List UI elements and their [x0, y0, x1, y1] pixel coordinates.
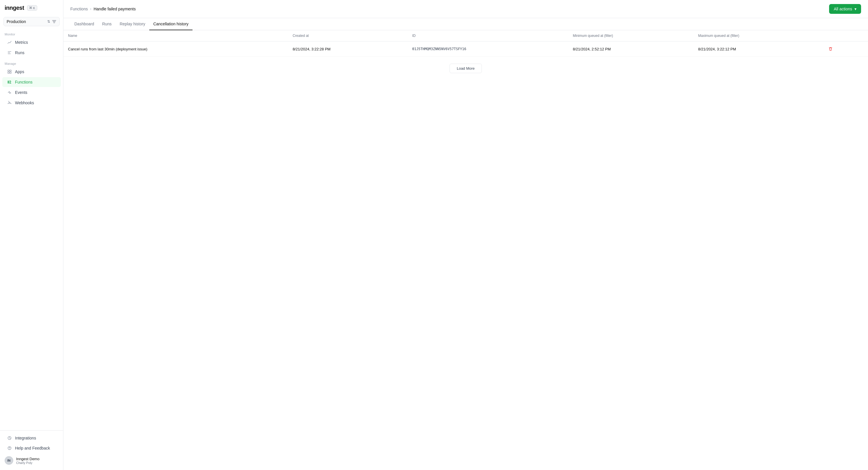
integrations-label: Integrations [15, 436, 36, 440]
col-header-min-queued: Minimum queued at (filter) [568, 30, 694, 41]
svg-rect-7 [8, 81, 9, 83]
svg-rect-1 [8, 53, 10, 53]
events-label: Events [15, 90, 27, 95]
svg-rect-10 [9, 81, 11, 81]
trash-icon [828, 47, 833, 51]
runs-label: Runs [15, 51, 25, 55]
logo-text: inngest [5, 5, 24, 11]
svg-rect-6 [10, 72, 11, 73]
avatar: IN [5, 456, 13, 465]
cell-max-queued: 8/21/2024, 3:22:12 PM [693, 41, 821, 57]
page-header: Functions › Handle failed payments All a… [63, 0, 868, 18]
env-label: Production [7, 19, 45, 24]
breadcrumb-current: Handle failed payments [94, 7, 136, 11]
cell-delete [821, 41, 868, 57]
table-header-row: Name Created at ID Minimum queued at (fi… [63, 30, 868, 41]
chart-icon [7, 40, 12, 45]
load-more-container: Load More [63, 57, 868, 80]
kbd-cmd: ⌘ [29, 6, 32, 10]
table-row: Cancel runs from last 30min (deployment … [63, 41, 868, 57]
delete-button[interactable] [826, 45, 835, 53]
svg-rect-2 [8, 54, 11, 54]
monitor-section-label: Monitor [0, 29, 63, 37]
svg-rect-8 [9, 81, 11, 82]
apps-label: Apps [15, 69, 24, 74]
cell-min-queued: 8/21/2024, 2:52:12 PM [568, 41, 694, 57]
runs-icon [7, 50, 12, 55]
svg-rect-4 [10, 70, 11, 71]
sidebar-item-metrics[interactable]: Metrics [2, 37, 61, 47]
events-icon [7, 90, 12, 95]
col-header-actions [821, 30, 868, 41]
kbd-key: K [33, 6, 35, 10]
sidebar-item-apps[interactable]: Apps [2, 67, 61, 77]
svg-rect-11 [9, 83, 11, 84]
sidebar-item-functions[interactable]: Functions [2, 77, 61, 87]
functions-icon [7, 79, 12, 85]
svg-rect-5 [8, 72, 9, 73]
sidebar-item-runs[interactable]: Runs [2, 48, 61, 58]
metrics-label: Metrics [15, 40, 28, 45]
svg-rect-9 [9, 82, 11, 83]
svg-rect-3 [8, 70, 9, 71]
manage-section-label: Manage [0, 58, 63, 67]
svg-point-15 [9, 449, 10, 449]
keyboard-shortcut-badge: ⌘ K [27, 5, 37, 11]
load-more-button[interactable]: Load More [450, 64, 482, 73]
cell-id: 01J5THMQM3ZNN5NV6V57TSFY16 [407, 41, 568, 57]
breadcrumb-functions-link[interactable]: Functions [70, 7, 88, 11]
user-profile[interactable]: IN Inngest Demo Charly Poly [0, 453, 63, 468]
svg-rect-0 [8, 51, 11, 52]
webhooks-label: Webhooks [15, 101, 34, 105]
sidebar: inngest ⌘ K Production ⇅ Monitor Metrics [0, 0, 63, 470]
col-header-created-at: Created at [288, 30, 407, 41]
filter-icon [52, 19, 57, 24]
cancellation-history-table-container: Name Created at ID Minimum queued at (fi… [63, 30, 868, 470]
main-content: Functions › Handle failed payments All a… [63, 0, 868, 470]
col-header-name: Name [63, 30, 288, 41]
environment-selector[interactable]: Production ⇅ [3, 17, 60, 26]
user-sub: Charly Poly [16, 461, 39, 465]
col-header-max-queued: Maximum queued at (filter) [693, 30, 821, 41]
cancellation-history-table: Name Created at ID Minimum queued at (fi… [63, 30, 868, 57]
tab-runs[interactable]: Runs [98, 18, 116, 30]
webhooks-icon [7, 100, 12, 105]
user-info: Inngest Demo Charly Poly [16, 457, 39, 465]
chevron-down-icon: ▾ [855, 7, 857, 11]
cell-created-at: 8/21/2024, 3:22:28 PM [288, 41, 407, 57]
help-icon [7, 445, 12, 451]
col-header-id: ID [407, 30, 568, 41]
sidebar-item-webhooks[interactable]: Webhooks [2, 98, 61, 108]
sidebar-item-events[interactable]: Events [2, 88, 61, 97]
help-label: Help and Feedback [15, 446, 50, 450]
functions-label: Functions [15, 80, 33, 85]
apps-icon [7, 69, 12, 74]
sidebar-item-help[interactable]: Help and Feedback [2, 443, 61, 453]
logo-area: inngest ⌘ K [0, 0, 63, 15]
cell-name: Cancel runs from last 30min (deployment … [63, 41, 288, 57]
all-actions-label: All actions [834, 7, 852, 11]
sidebar-item-integrations[interactable]: Integrations [2, 433, 61, 443]
tab-cancellation-history[interactable]: Cancellation history [149, 18, 192, 30]
integrations-icon [7, 435, 12, 441]
chevron-down-icon: ⇅ [47, 20, 50, 24]
breadcrumb-separator: › [90, 7, 91, 11]
user-name: Inngest Demo [16, 457, 39, 461]
tab-dashboard[interactable]: Dashboard [70, 18, 98, 30]
sidebar-bottom: Integrations Help and Feedback IN Innges… [0, 430, 63, 470]
all-actions-button[interactable]: All actions ▾ [829, 4, 861, 14]
breadcrumb: Functions › Handle failed payments [70, 7, 136, 11]
tab-replay-history[interactable]: Replay history [116, 18, 149, 30]
tab-bar: Dashboard Runs Replay history Cancellati… [63, 18, 868, 30]
